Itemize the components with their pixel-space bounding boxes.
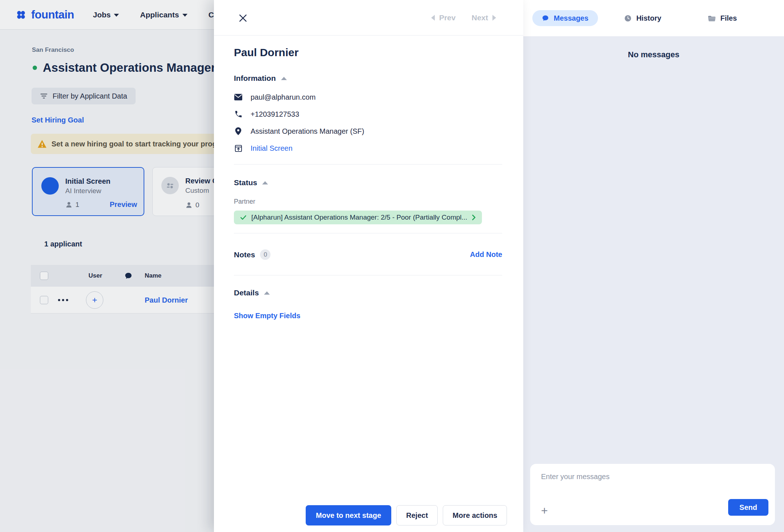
applicant-name-link[interactable]: Paul Dornier — [145, 296, 188, 304]
select-all-checkbox[interactable] — [40, 272, 48, 280]
chevron-down-icon — [114, 14, 119, 17]
stage-icon — [234, 144, 243, 153]
person-icon — [65, 201, 73, 208]
stage-title: Initial Screen — [65, 177, 111, 186]
status-section-heading: Status — [234, 178, 257, 187]
hiring-goal-warning-banner: Set a new hiring goal to start tracking … — [31, 134, 214, 154]
tab-files[interactable]: Files — [708, 14, 737, 22]
stage-custom-circle-icon — [161, 177, 179, 194]
chevron-right-icon — [472, 215, 476, 220]
next-applicant-button[interactable]: Next — [471, 13, 496, 22]
collapse-arrow-icon[interactable] — [281, 77, 287, 80]
applicant-count: 1 applicant — [44, 240, 214, 248]
next-arrow-icon — [492, 15, 496, 21]
nav-item-calendar[interactable]: Calendar — [209, 11, 214, 19]
stage-applicant-count: 0 — [195, 201, 199, 209]
position-row: Assistant Operations Manager (SF) — [234, 126, 502, 136]
warning-text: Set a new hiring goal to start tracking … — [51, 140, 214, 148]
job-pipeline-page: fountain Jobs Applicants Calendar San Fr… — [0, 0, 214, 532]
table-header-row: User Name — [31, 265, 214, 287]
messages-panel: Messages History Files No messages + Sen… — [523, 0, 784, 532]
nav-item-jobs[interactable]: Jobs — [93, 11, 119, 19]
stage-subtitle: Custom — [185, 187, 209, 195]
reject-button[interactable]: Reject — [396, 505, 438, 525]
filter-icon — [40, 92, 48, 100]
message-input[interactable] — [541, 473, 764, 496]
phone-row: +12039127533 — [234, 109, 502, 119]
notes-section-heading: Notes — [234, 250, 255, 259]
column-header-name: Name — [145, 272, 161, 279]
prev-label: Prev — [439, 13, 456, 22]
filter-button-label: Filter by Applicant Data — [53, 92, 127, 100]
empty-state-text: No messages — [523, 50, 784, 59]
fountain-logo-icon — [15, 9, 28, 21]
filter-by-applicant-data-button[interactable]: Filter by Applicant Data — [32, 88, 136, 104]
set-hiring-goal-link[interactable]: Set Hiring Goal — [32, 116, 214, 124]
notes-count-badge: 0 — [260, 249, 271, 260]
collapse-arrow-icon[interactable] — [262, 181, 268, 184]
move-to-next-stage-button[interactable]: Move to next stage — [306, 505, 391, 525]
tab-label: History — [636, 14, 661, 22]
folder-icon — [708, 15, 716, 22]
tab-history[interactable]: History — [624, 14, 661, 22]
partner-label: Partner — [234, 198, 502, 205]
collapse-arrow-icon[interactable] — [264, 291, 270, 295]
applicant-phone[interactable]: +12039127533 — [251, 110, 299, 119]
email-icon — [234, 93, 243, 101]
close-icon[interactable] — [238, 13, 248, 23]
stage-preview-link[interactable]: Preview — [110, 200, 137, 209]
section-divider — [234, 275, 502, 275]
applicant-email[interactable]: paul@alpharun.com — [251, 93, 315, 101]
nav-item-label: Jobs — [93, 11, 111, 19]
stage-status-circle-icon — [41, 177, 59, 195]
prev-applicant-button[interactable]: Prev — [431, 13, 456, 22]
top-nav: fountain Jobs Applicants Calendar — [0, 0, 214, 30]
attach-plus-icon[interactable]: + — [541, 506, 548, 516]
tab-label: Messages — [554, 14, 589, 22]
email-row: paul@alpharun.com — [234, 92, 502, 102]
applicants-table: User Name + Paul Dornier — [31, 265, 214, 313]
page-title: Assistant Operations Manager — [43, 61, 214, 75]
stage-row: Initial Screen — [234, 143, 502, 153]
tab-messages[interactable]: Messages — [532, 10, 598, 26]
person-icon — [185, 201, 193, 209]
partner-status-badge[interactable]: [Alpharun] Assistant Operations Manager:… — [234, 211, 482, 224]
nav-item-applicants[interactable]: Applicants — [140, 11, 187, 19]
nav-item-label: Applicants — [140, 11, 179, 19]
prev-arrow-icon — [431, 15, 435, 21]
messages-panel-tabs: Messages History Files — [523, 0, 784, 36]
sliders-icon — [165, 181, 175, 190]
drawer-header: Prev Next — [214, 0, 523, 36]
stage-title: Review C — [185, 177, 214, 185]
more-actions-button[interactable]: More actions — [443, 505, 507, 525]
chevron-down-icon — [182, 14, 187, 17]
information-section-heading: Information — [234, 74, 276, 83]
warning-icon — [37, 140, 47, 148]
column-header-user: User — [88, 272, 102, 279]
applicant-stage-link[interactable]: Initial Screen — [251, 144, 293, 153]
applicant-position: Assistant Operations Manager (SF) — [251, 127, 364, 136]
check-icon — [240, 214, 247, 221]
chat-bubble-icon — [542, 14, 549, 22]
add-user-button[interactable]: + — [86, 291, 103, 309]
message-composer: + Send — [530, 464, 775, 525]
stage-card-review[interactable]: Review C Custom 0 — [152, 167, 214, 216]
stage-applicant-count: 1 — [75, 201, 79, 209]
row-checkbox[interactable] — [40, 296, 48, 304]
section-divider — [234, 233, 502, 233]
table-row[interactable]: + Paul Dornier — [31, 287, 214, 313]
stage-card-initial-screen[interactable]: Initial Screen AI Interview 1 Preview — [32, 167, 144, 216]
stage-subtitle: AI Interview — [65, 187, 101, 195]
fountain-logo[interactable]: fountain — [15, 8, 74, 21]
section-divider — [234, 164, 502, 165]
applicant-drawer: Prev Next Paul Dornier Information paul@… — [214, 0, 523, 532]
send-button[interactable]: Send — [728, 499, 768, 516]
chat-bubble-column-icon — [124, 272, 132, 280]
location-pin-icon — [235, 127, 242, 136]
next-label: Next — [471, 13, 488, 22]
row-menu-icon[interactable] — [58, 299, 68, 301]
show-empty-fields-link[interactable]: Show Empty Fields — [234, 312, 502, 320]
partner-status-text: [Alpharun] Assistant Operations Manager:… — [251, 213, 467, 221]
nav-item-label: Calendar — [209, 11, 214, 19]
add-note-link[interactable]: Add Note — [470, 250, 502, 259]
